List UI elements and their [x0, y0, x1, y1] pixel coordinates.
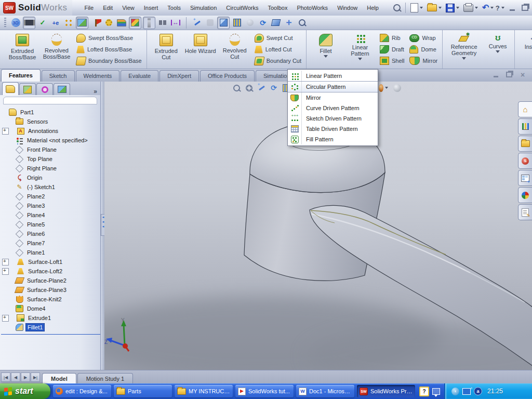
language-indicator-icon[interactable]: a	[474, 387, 482, 395]
curves-button[interactable]: ʊ Curves	[484, 32, 511, 67]
print-button[interactable]	[462, 3, 480, 13]
expand-icon[interactable]	[2, 268, 9, 275]
menu-simulation[interactable]: Simulation	[185, 1, 221, 16]
measure-icon[interactable]: ↔	[170, 17, 181, 29]
view-orientation-3d-icon[interactable]: 3D	[10, 17, 21, 29]
lofted-boss-button[interactable]: Lofted Boss/Base	[75, 45, 143, 54]
extruded-cut-button[interactable]: Extruded Cut	[150, 32, 182, 67]
tree-item-top-plane[interactable]: Top Plane	[1, 154, 100, 164]
tree-item-surface-plane2[interactable]: Surface-Plane2	[1, 276, 100, 285]
tree-item-origin[interactable]: ⤹Origin	[1, 173, 100, 182]
menu-help[interactable]: Help	[362, 1, 383, 16]
tree-item-plane3[interactable]: Plane3	[1, 201, 100, 210]
scroll-last-button[interactable]: ▶|	[31, 373, 40, 382]
taskbar-item-browser[interactable]: edit : Design &...	[53, 385, 111, 397]
restore-button[interactable]	[520, 4, 529, 12]
tab-features[interactable]: Features	[1, 69, 41, 82]
appearances-tab[interactable]	[518, 187, 532, 203]
menu-item-sketch-driven-pattern[interactable]: Sketch Driven Pattern	[288, 113, 378, 124]
expand-icon[interactable]	[2, 259, 9, 265]
doc-minimize-button[interactable]	[491, 71, 500, 78]
tree-item-plane1[interactable]: Plane1	[1, 248, 100, 257]
search-binoculars-icon[interactable]	[157, 17, 168, 29]
menu-item-fill-pattern[interactable]: Fill Pattern	[288, 134, 378, 144]
design-library-tab[interactable]	[518, 118, 532, 135]
rotate-view-button[interactable]: ⟳	[269, 83, 278, 92]
sheet-metal-icon[interactable]	[116, 17, 127, 29]
reference-geometry-flyout-arrow[interactable]	[462, 57, 466, 60]
tree-item-plane2[interactable]: Plane2	[1, 192, 100, 201]
menu-item-table-driven-pattern[interactable]: Table Driven Pattern	[288, 124, 378, 134]
tree-item-annotations[interactable]: AAnnotations	[1, 126, 100, 136]
zoom-area-button[interactable]	[244, 83, 254, 92]
tree-item-surface-loft1[interactable]: Surface-Loft1	[1, 257, 100, 267]
equation-icon[interactable]: +e	[50, 17, 61, 29]
scroll-next-button[interactable]: ▶	[21, 373, 30, 382]
draft-button[interactable]: Draft	[378, 45, 406, 54]
revolved-cut-button[interactable]: Revolved Cut	[219, 32, 251, 67]
taskbar-item-doc1[interactable]: W Doc1 - Microso...	[296, 385, 354, 397]
configurationmanager-tab[interactable]	[36, 83, 53, 95]
swept-cut-button[interactable]: Swept Cut	[253, 33, 303, 43]
zoom-icon[interactable]	[296, 17, 308, 29]
options-gear-icon[interactable]	[103, 17, 114, 29]
fillet-flyout-arrow[interactable]	[324, 55, 328, 58]
featuremanager-tab[interactable]	[2, 82, 19, 95]
tree-item-dome4[interactable]: Dome4	[1, 304, 100, 313]
view-settings-button[interactable]	[257, 83, 266, 92]
file-explorer-tab[interactable]	[518, 136, 532, 152]
shaded-view-icon[interactable]	[217, 17, 230, 29]
instant3d-button[interactable]: Instant3D	[518, 32, 532, 67]
view-palette-tab[interactable]	[518, 170, 532, 186]
doc-restore-button[interactable]	[505, 71, 513, 78]
viewport-cube-icon[interactable]	[270, 17, 282, 29]
expand-icon[interactable]	[2, 315, 9, 322]
solidworks-search-tab[interactable]: S	[518, 153, 532, 169]
mirror-button[interactable]: Mirror	[408, 56, 439, 65]
extruded-boss-button[interactable]: Extruded Boss/Base	[6, 32, 38, 67]
open-button[interactable]	[425, 3, 443, 12]
dimxpertmanager-tab[interactable]	[54, 83, 70, 95]
panel-splitter[interactable]: ◂◂◂	[101, 82, 104, 370]
linear-pattern-button[interactable]: Linear Pattern	[344, 32, 376, 67]
view-wand-icon[interactable]	[191, 17, 203, 29]
menu-view[interactable]: View	[117, 1, 139, 16]
swept-boss-button[interactable]: Swept Boss/Base	[75, 33, 143, 43]
tree-item-surface-plane3[interactable]: Surface-Plane3	[1, 285, 100, 295]
boundary-cut-button[interactable]: Boundary Cut	[253, 56, 303, 65]
menu-tools[interactable]: Tools	[163, 1, 185, 16]
tab-sketch[interactable]: Sketch	[42, 70, 75, 82]
menu-window[interactable]: Window	[332, 1, 362, 16]
preview-stamp-icon[interactable]	[204, 17, 216, 29]
search-icon[interactable]	[392, 3, 402, 12]
tray-collapse-icon[interactable]: ‹	[451, 388, 459, 395]
menu-item-linear-pattern[interactable]: Linear Pattern	[288, 71, 378, 81]
tree-item-extrude1[interactable]: Extrude1	[1, 313, 100, 323]
section-view-icon[interactable]	[231, 17, 243, 29]
menu-edit[interactable]: Edit	[98, 1, 117, 16]
fastener-icon[interactable]	[143, 17, 155, 29]
solidworks-resources-tab[interactable]: ⌂	[518, 101, 532, 117]
tree-item-material[interactable]: Material <not specified>	[1, 136, 100, 145]
save-button[interactable]	[444, 3, 461, 14]
pattern-flyout-arrow[interactable]	[358, 58, 362, 60]
help-tray-icon[interactable]: ?	[419, 387, 429, 396]
more-tabs-chevron-icon[interactable]: »	[94, 88, 97, 95]
toolbar-grip[interactable]	[4, 18, 6, 28]
model-tab[interactable]: Model	[42, 373, 76, 384]
tree-item-right-plane[interactable]: Right Plane	[1, 164, 100, 173]
shell-button[interactable]: Shell	[378, 56, 406, 65]
simulation-chip-icon[interactable]	[23, 17, 35, 29]
wrap-button[interactable]: Wrap	[408, 33, 439, 43]
menu-circuitworks[interactable]: CircuitWorks	[221, 1, 263, 16]
minimize-button[interactable]	[508, 4, 517, 12]
revolved-boss-button[interactable]: Revolved Boss/Base	[41, 32, 73, 67]
tree-item-plane5[interactable]: Plane5	[1, 220, 100, 229]
tree-item-surface-knit2[interactable]: Surface-Knit2	[1, 295, 100, 304]
tree-item-front-plane[interactable]: Front Plane	[1, 145, 100, 154]
tree-item-sketch1[interactable]: ✎(-) Sketch1	[1, 182, 100, 192]
hole-wizard-button[interactable]: Hole Wizard	[184, 32, 217, 67]
render-sphere-icon[interactable]	[244, 17, 256, 29]
tree-item-sensors[interactable]: Sensors	[1, 117, 100, 126]
menu-insert[interactable]: Insert	[139, 1, 163, 16]
